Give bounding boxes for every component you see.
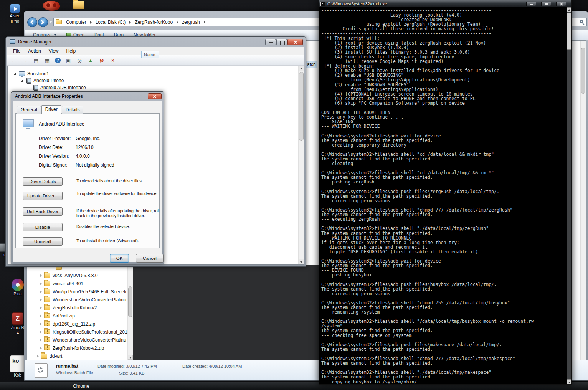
roll-back-driver-button[interactable]: Roll Back Driver: [23, 207, 63, 216]
uninstall-device-icon[interactable]: ×: [109, 57, 116, 64]
breadcrumb-local-disk-c[interactable]: Local Disk (C:): [94, 19, 127, 26]
terminal-line: The system cannot find the path specifie…: [321, 157, 567, 161]
batch-file-icon: [35, 363, 48, 378]
nav-tree-item[interactable]: WondershareVideoConverterPlatinu: [27, 336, 127, 344]
tree-item-sunshine1[interactable]: Sunshine1: [8, 70, 86, 77]
tab-driver[interactable]: Driver: [41, 105, 61, 114]
forward-icon[interactable]: →: [21, 57, 28, 64]
expander-icon[interactable]: [39, 306, 43, 310]
chevron-right-icon[interactable]: [204, 21, 205, 24]
nav-tree-item[interactable]: AirPrint.zip: [27, 312, 127, 320]
terminal-line: --- cleaning: [321, 161, 567, 166]
nav-tree-item[interactable]: dpr1260_qig_112.zip: [27, 320, 127, 328]
expander-icon[interactable]: [39, 274, 43, 278]
column-header-name[interactable]: Name: [141, 51, 159, 58]
expander-icon[interactable]: [39, 314, 43, 318]
maximize-button[interactable]: [276, 39, 287, 45]
expander-icon[interactable]: [27, 86, 31, 90]
expander-icon[interactable]: [39, 290, 43, 294]
computer-properties-icon[interactable]: ▣: [65, 57, 72, 64]
ok-button[interactable]: OK: [110, 254, 129, 263]
menu-action[interactable]: Action: [25, 47, 44, 55]
tab-general[interactable]: General: [17, 106, 41, 114]
history-dropdown-icon[interactable]: [49, 21, 52, 23]
chevron-right-icon[interactable]: [90, 21, 92, 24]
folder-tree: v0cs_AnyDVD.6.8.8.0 winrar-x64-401 WinZi…: [27, 263, 127, 360]
expander-icon[interactable]: [39, 322, 43, 326]
nav-tree-item[interactable]: WondershareVideoConverterPlatinu: [27, 296, 127, 304]
close-button[interactable]: [556, 2, 566, 6]
nav-tree-item[interactable]: ZergRush-forKobo-v2.zip: [27, 344, 127, 352]
scan-hardware-changes-icon[interactable]: ◎: [76, 57, 83, 64]
cmd-titlebar[interactable]: C:\Windows\System32\cmd.exe: [319, 0, 571, 7]
tree-item-android-phone[interactable]: Android Phone: [8, 77, 86, 84]
desktop-icon-aisee[interactable]: Aisee iPho: [6, 4, 24, 24]
back-icon[interactable]: ←: [10, 57, 17, 64]
scroll-up-button[interactable]: [299, 66, 304, 71]
expander-icon[interactable]: [39, 338, 43, 342]
disable-button[interactable]: Disable: [23, 223, 63, 231]
help-icon[interactable]: ?: [55, 58, 61, 63]
close-button[interactable]: [148, 93, 162, 99]
zip-icon: [44, 337, 50, 342]
taskbar-item-chrome[interactable]: Chrome: [73, 383, 89, 389]
tree-item-android-adb-interface[interactable]: Android ADB Interface: [8, 84, 86, 91]
nav-tree-item[interactable]: WinZip.Pro.v15.5.9468.Full_Seeeeler: [27, 288, 127, 296]
menu-view[interactable]: View: [45, 47, 62, 55]
tab-details[interactable]: Details: [62, 106, 84, 114]
cmd-scrollbar[interactable]: [567, 7, 571, 384]
breadcrumb-computer[interactable]: Computer: [65, 19, 88, 26]
scrollbar-thumb[interactable]: [581, 48, 585, 94]
close-button[interactable]: [287, 39, 303, 45]
export-list-icon[interactable]: ▦: [44, 57, 51, 64]
dialog-titlebar[interactable]: Android ADB Interface Properties: [11, 92, 164, 101]
file-list-scrollbar[interactable]: [580, 41, 586, 360]
scrollbar-thumb[interactable]: [299, 72, 304, 141]
expander-icon[interactable]: [39, 298, 43, 302]
update-driver-button[interactable]: Update Driver...: [23, 192, 63, 200]
tree-scrollbar[interactable]: [298, 66, 304, 264]
expander-icon[interactable]: [39, 330, 43, 334]
scrollbar-thumb[interactable]: [567, 13, 571, 50]
scroll-down-button[interactable]: [299, 259, 304, 264]
expander-icon[interactable]: [39, 346, 43, 350]
maximize-button[interactable]: [541, 2, 551, 6]
nav-tree-item[interactable]: KingsoftOfficeSuiteProfessional_201: [27, 328, 127, 336]
expander-icon[interactable]: [13, 72, 17, 76]
expander-icon[interactable]: [36, 354, 40, 358]
terminal-output[interactable]: ----------------------------------------…: [319, 7, 567, 384]
chevron-right-icon[interactable]: [177, 21, 178, 24]
driver-details-button[interactable]: Driver Details: [23, 177, 63, 186]
scrollbar-thumb[interactable]: [128, 286, 132, 317]
nav-tree-item[interactable]: dd-wrt: [27, 352, 127, 360]
selected-file-created: Date created: 4/08/12 10:04 AM: [182, 364, 242, 369]
zip-icon: [44, 313, 50, 318]
nav-tree-item[interactable]: v0cs_AnyDVD.6.8.8.0: [27, 271, 127, 279]
breadcrumb-zergrush[interactable]: zergrush: [181, 19, 201, 26]
menu-help[interactable]: Help: [63, 47, 79, 55]
expander-icon[interactable]: [20, 79, 24, 83]
tree-item-label: Sunshine1: [27, 71, 49, 76]
scroll-down-button[interactable]: [128, 355, 133, 360]
chevron-right-icon[interactable]: [129, 21, 131, 24]
disable-device-icon[interactable]: Ø: [98, 57, 105, 64]
breadcrumb-zergrush-forkobo[interactable]: ZergRush-forKobo: [134, 19, 174, 26]
field-label: Driver Version:: [39, 154, 76, 162]
desktop-icon-folder[interactable]: [73, 1, 85, 9]
forward-button[interactable]: [38, 17, 48, 27]
nav-tree-item[interactable]: ZergRush-forKobo-v2: [27, 304, 127, 312]
uninstall-button[interactable]: Uninstall: [23, 237, 63, 246]
back-button[interactable]: [27, 17, 37, 27]
minimize-button[interactable]: [526, 2, 536, 6]
scroll-down-button[interactable]: [567, 379, 571, 384]
scroll-up-button[interactable]: [567, 7, 571, 12]
expander-icon[interactable]: [39, 282, 43, 286]
desktop-icon-game[interactable]: [43, 1, 61, 11]
nav-tree-item[interactable]: winrar-x64-401: [27, 279, 127, 288]
minimize-button[interactable]: [265, 39, 276, 45]
device-manager-titlebar[interactable]: Device Manager: [6, 37, 306, 47]
cancel-button[interactable]: Cancel: [136, 254, 164, 263]
update-driver-icon[interactable]: ▲: [87, 57, 94, 64]
show-console-tree-icon[interactable]: ▤: [33, 57, 40, 64]
menu-file[interactable]: File: [10, 47, 24, 55]
